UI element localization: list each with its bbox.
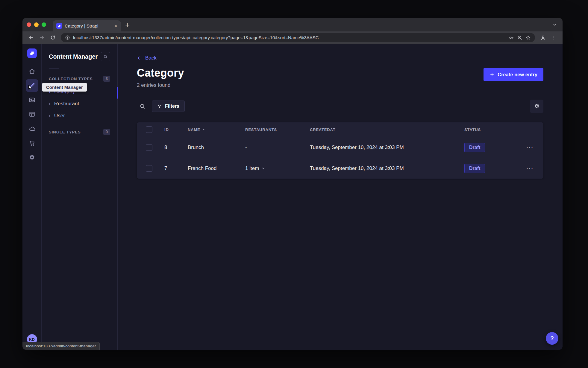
link-preview-status-bar: localhost:1337/admin/content-manager: [22, 342, 100, 350]
row-actions-ellipsis-icon[interactable]: ⋯: [516, 167, 543, 170]
cell-createdat: Tuesday, September 10, 2024 at 3:03 PM: [310, 165, 464, 171]
browser-window: Category | Strapi × + localhost:1337/adm…: [22, 18, 563, 350]
page-info-icon[interactable]: [65, 35, 70, 40]
nav-settings-gear-icon[interactable]: [26, 151, 38, 164]
entries-table: ID NAME RESTAURANTS CREATEDAT STATUS 8 B…: [137, 122, 543, 179]
bullet-icon: [49, 103, 50, 105]
help-button[interactable]: ?: [546, 332, 558, 345]
content-manager-tooltip: Content Manager: [42, 83, 87, 92]
nav-marketplace-cart-icon[interactable]: [26, 137, 38, 149]
row-checkbox[interactable]: [146, 144, 152, 151]
strapi-favicon-icon: [56, 23, 62, 29]
table-settings-gear-icon[interactable]: [530, 100, 543, 113]
row-checkbox[interactable]: [146, 165, 152, 172]
url-text[interactable]: localhost:1337/admin/content-manager/col…: [73, 35, 506, 40]
sidebar-item-label: User: [54, 113, 65, 119]
table-row[interactable]: 7 French Food 1 item Tuesday, September …: [137, 158, 543, 179]
cell-restaurants: -: [245, 145, 310, 150]
browser-tab-strip: Category | Strapi × +: [22, 18, 563, 31]
filter-funnel-icon: [157, 104, 162, 109]
cell-name: French Food: [188, 165, 245, 171]
sidebar-title: Content Manager: [49, 53, 98, 60]
column-header-restaurants[interactable]: RESTAURANTS: [245, 127, 310, 132]
single-types-label: SINGLE TYPES: [49, 130, 81, 134]
nav-deploy-cloud-icon[interactable]: [26, 122, 38, 135]
collection-types-label: COLLECTION TYPES: [49, 77, 93, 81]
table-search-icon[interactable]: [137, 101, 148, 112]
sort-asc-caret-icon: [202, 128, 205, 131]
arrow-left-icon: [137, 55, 142, 61]
strapi-app: KD Content Manager COLLECTION TYPES 3 Ca…: [22, 44, 563, 350]
filters-button[interactable]: Filters: [152, 101, 185, 112]
cell-restaurants[interactable]: 1 item: [245, 165, 310, 171]
cell-id: 8: [164, 145, 188, 150]
tab-title: Category | Strapi: [65, 23, 111, 28]
entries-count: 2 entries found: [137, 82, 184, 88]
back-nav-icon[interactable]: [26, 33, 36, 43]
sidebar-item-restaurant[interactable]: Restaurant: [49, 98, 110, 110]
table-row[interactable]: 8 Brunch - Tuesday, September 10, 2024 a…: [137, 137, 543, 158]
sidebar-search-icon[interactable]: [101, 52, 110, 61]
mouse-cursor: [27, 84, 34, 91]
chevron-down-icon: [261, 166, 265, 170]
back-label: Back: [145, 55, 157, 61]
browser-toolbar: localhost:1337/admin/content-manager/col…: [22, 31, 563, 44]
nav-home-icon[interactable]: [26, 65, 38, 77]
table-header-row: ID NAME RESTAURANTS CREATEDAT STATUS: [137, 122, 543, 137]
nav-content-type-builder-layout-icon[interactable]: [26, 108, 38, 121]
column-header-status[interactable]: STATUS: [464, 127, 516, 132]
profile-icon[interactable]: [538, 33, 548, 43]
plus-icon: [490, 72, 495, 77]
divider: [49, 68, 59, 69]
bookmark-star-icon[interactable]: [525, 35, 531, 40]
window-controls: [22, 22, 50, 27]
tab-close-icon[interactable]: ×: [113, 23, 118, 29]
zoom-icon[interactable]: [517, 35, 522, 40]
browser-tab[interactable]: Category | Strapi ×: [53, 20, 121, 31]
column-header-createdat[interactable]: CREATEDAT: [310, 127, 464, 132]
collection-types-count-badge: 3: [103, 76, 110, 82]
minimize-window-button[interactable]: [34, 22, 39, 27]
forward-nav-icon[interactable]: [37, 33, 47, 43]
refresh-icon[interactable]: [48, 33, 58, 43]
sidebar-item-label: Restaurant: [54, 101, 79, 107]
column-header-id[interactable]: ID: [164, 127, 188, 132]
row-actions-ellipsis-icon[interactable]: ⋯: [516, 146, 543, 149]
tab-list-chevron-icon[interactable]: [552, 22, 557, 27]
back-link[interactable]: Back: [137, 55, 157, 61]
content-area: Back Category 2 entries found Create new…: [118, 44, 563, 350]
page-title: Category: [137, 67, 184, 79]
create-new-entry-button[interactable]: Create new entry: [484, 68, 543, 81]
select-all-checkbox[interactable]: [146, 126, 152, 133]
bullet-icon: [49, 115, 50, 117]
sidebar-item-user[interactable]: User: [49, 110, 110, 122]
column-header-name[interactable]: NAME: [188, 127, 245, 132]
cell-id: 7: [164, 165, 188, 171]
status-badge: Draft: [464, 164, 485, 173]
new-tab-button[interactable]: +: [125, 21, 130, 29]
password-key-icon[interactable]: [509, 35, 514, 40]
browser-menu-kebab-icon[interactable]: [549, 33, 559, 43]
nav-media-library-image-icon[interactable]: [26, 94, 38, 106]
single-types-count-badge: 0: [103, 129, 110, 135]
cell-createdat: Tuesday, September 10, 2024 at 3:03 PM: [310, 145, 464, 150]
close-window-button[interactable]: [27, 22, 31, 27]
fullscreen-window-button[interactable]: [42, 22, 46, 27]
url-bar[interactable]: localhost:1337/admin/content-manager/col…: [61, 33, 535, 42]
cell-name: Brunch: [188, 145, 245, 150]
status-badge: Draft: [464, 143, 485, 152]
strapi-logo[interactable]: [27, 48, 37, 58]
